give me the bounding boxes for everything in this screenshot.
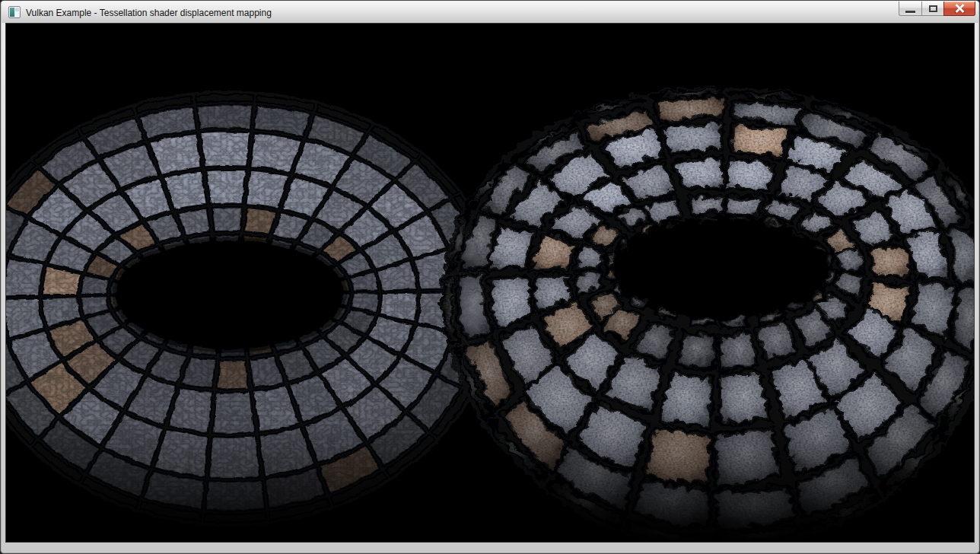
vulkan-3d-scene (6, 24, 974, 542)
minimize-icon (905, 11, 915, 13)
maximize-button[interactable] (921, 2, 943, 16)
app-icon-pane (15, 8, 19, 11)
close-button[interactable] (943, 2, 975, 16)
close-icon (954, 4, 965, 13)
render-viewport[interactable] (5, 23, 975, 543)
minimize-button[interactable] (899, 2, 921, 16)
screen: Vulkan Example - Tessellation shader dis… (0, 0, 980, 554)
app-icon[interactable] (8, 6, 21, 18)
app-icon-pane (15, 12, 19, 17)
app-window: Vulkan Example - Tessellation shader dis… (0, 0, 980, 554)
title-bar[interactable]: Vulkan Example - Tessellation shader dis… (2, 2, 978, 23)
app-icon-pane (10, 8, 14, 17)
window-controls (899, 2, 975, 17)
window-title: Vulkan Example - Tessellation shader dis… (26, 7, 272, 18)
maximize-icon (929, 5, 937, 12)
